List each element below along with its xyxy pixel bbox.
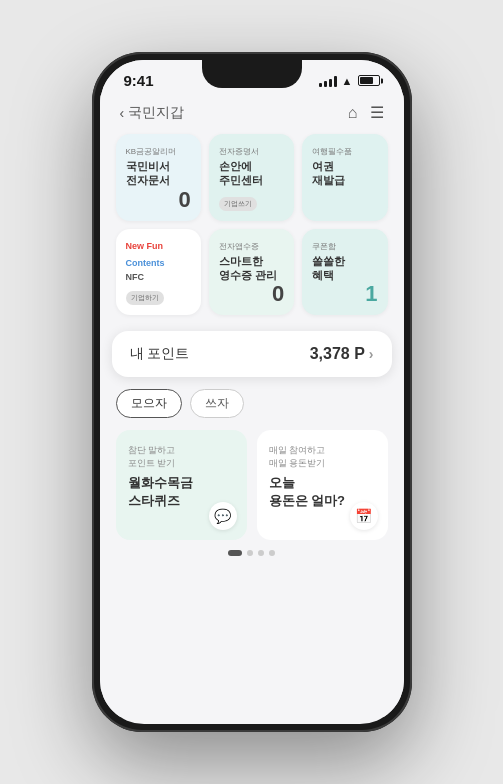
cards-grid: KB금공알리머 국민비서전자문서 0 전자증명서 손안에주민센터 기업쓰기 여행… — [100, 134, 404, 331]
app-content: ‹ 국민지갑 ⌂ ☰ KB금공알리머 국민비서전자문서 0 전자증명 — [100, 95, 404, 717]
status-icons: ▲ — [319, 75, 380, 87]
tab-collect[interactable]: 모으자 — [116, 389, 182, 418]
phone-frame: 9:41 ▲ ‹ 국민지갑 — [92, 52, 412, 732]
card-3-label: 여행필수품 — [312, 146, 377, 157]
card-benefits[interactable]: 쿠폰함 쏠쏠한혜택 1 — [302, 229, 387, 315]
content-card-allowance[interactable]: 매일 참여하고매일 용돈받기 오늘용돈은 얼마? 📅 — [257, 430, 388, 540]
dot-4 — [269, 550, 275, 556]
card-receipt[interactable]: 전자앱수증 스마트한영수증 관리 0 — [209, 229, 294, 315]
card-6-title: 쏠쏠한혜택 — [312, 254, 377, 283]
nfc-label: NFC — [126, 272, 191, 282]
dot-1 — [228, 550, 242, 556]
phone-screen: 9:41 ▲ ‹ 국민지갑 — [100, 60, 404, 724]
card-1-number: 0 — [179, 187, 191, 213]
notch — [202, 60, 302, 88]
card-passport[interactable]: 여행필수품 여권재발급 — [302, 134, 387, 221]
card-3-title: 여권재발급 — [312, 159, 377, 188]
header-title: 국민지갑 — [128, 104, 184, 122]
card-2-title: 손안에주민센터 — [219, 159, 284, 188]
status-time: 9:41 — [124, 72, 154, 89]
card-national-document[interactable]: KB금공알리머 국민비서전자문서 0 — [116, 134, 201, 221]
battery-icon — [358, 75, 380, 86]
card-5-number: 0 — [272, 281, 284, 307]
dot-2 — [247, 550, 253, 556]
points-value: 3,378 P › — [310, 345, 374, 363]
back-button[interactable]: ‹ 국민지갑 — [120, 104, 185, 122]
signal-icon — [319, 75, 337, 87]
contents-text: Contents — [126, 258, 165, 268]
card-2-tag: 기업쓰기 — [219, 197, 257, 211]
card-2-label: 전자증명서 — [219, 146, 284, 157]
app-header: ‹ 국민지갑 ⌂ ☰ — [100, 95, 404, 134]
tab-spend[interactable]: 쓰자 — [190, 389, 244, 418]
card-nfc[interactable]: New Fun Contents NFC 기업하기 — [116, 229, 201, 315]
points-amount: 3,378 P — [310, 345, 365, 363]
content-cards: 참단 말하고포인트 받기 월화수목금스타퀴즈 💬 매일 참여하고매일 용돈받기 … — [100, 430, 404, 540]
wifi-icon: ▲ — [342, 75, 353, 87]
points-label: 내 포인트 — [130, 345, 190, 363]
points-chevron-icon: › — [369, 346, 374, 362]
allowance-hint: 매일 참여하고매일 용돈받기 — [269, 444, 376, 470]
dot-3 — [258, 550, 264, 556]
new-fun-text: New Fun — [126, 241, 164, 251]
allowance-icon: 📅 — [350, 502, 378, 530]
card-4-badge: New Fun — [126, 241, 191, 251]
card-1-title: 국민비서전자문서 — [126, 159, 191, 188]
card-5-title: 스마트한영수증 관리 — [219, 254, 284, 283]
card-1-label: KB금공알리머 — [126, 146, 191, 157]
menu-icon[interactable]: ☰ — [370, 103, 384, 122]
quiz-icon: 💬 — [209, 502, 237, 530]
card-resident-center[interactable]: 전자증명서 손안에주민센터 기업쓰기 — [209, 134, 294, 221]
card-5-label: 전자앱수증 — [219, 241, 284, 252]
card-4-tag: 기업하기 — [126, 291, 164, 305]
points-banner[interactable]: 내 포인트 3,378 P › — [112, 331, 392, 377]
home-icon[interactable]: ⌂ — [348, 104, 358, 122]
quiz-hint: 참단 말하고포인트 받기 — [128, 444, 235, 470]
content-card-quiz[interactable]: 참단 말하고포인트 받기 월화수목금스타퀴즈 💬 — [116, 430, 247, 540]
card-6-number: 1 — [365, 281, 377, 307]
back-chevron-icon: ‹ — [120, 105, 125, 121]
header-actions: ⌂ ☰ — [348, 103, 384, 122]
card-6-label: 쿠폰함 — [312, 241, 377, 252]
tab-row: 모으자 쓰자 — [100, 389, 404, 430]
page-dots — [100, 540, 404, 562]
